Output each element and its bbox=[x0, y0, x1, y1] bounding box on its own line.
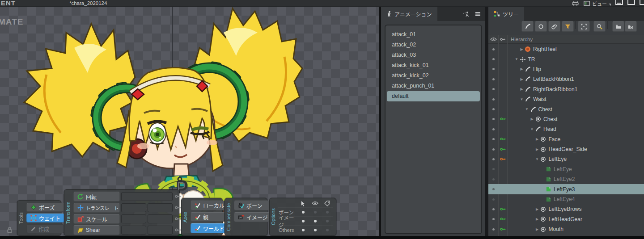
transform-value-field[interactable] bbox=[148, 203, 173, 212]
animation-item[interactable]: attack_01 bbox=[387, 29, 480, 40]
expand-arrow-icon[interactable]: ▶ bbox=[519, 47, 524, 51]
tree-node-label[interactable]: RightHeel bbox=[531, 46, 557, 52]
visibility-dot[interactable] bbox=[488, 88, 498, 90]
expand-arrow-icon[interactable]: ▶ bbox=[530, 117, 534, 121]
collapse-arrow-icon[interactable]: ▼ bbox=[530, 127, 534, 131]
viewport-canvas[interactable]: MATE bbox=[0, 7, 379, 236]
visibility-dot[interactable] bbox=[488, 198, 498, 201]
folder-button[interactable] bbox=[612, 21, 624, 32]
expand-arrow-icon[interactable]: ▶ bbox=[535, 137, 540, 141]
tree-row[interactable]: ▶HeadGear_Side bbox=[488, 144, 644, 154]
animation-item[interactable]: default bbox=[387, 91, 480, 101]
tree-node-label[interactable]: TR bbox=[526, 56, 535, 63]
tree-node-label[interactable]: LeftHeadGear bbox=[547, 216, 582, 222]
tree-node-label[interactable]: Chest bbox=[542, 116, 557, 122]
tree-node-label[interactable]: LeftEye4 bbox=[552, 196, 575, 202]
options-toggle[interactable] bbox=[321, 220, 333, 222]
transform-value-field[interactable] bbox=[148, 226, 173, 235]
close-button[interactable] bbox=[640, 0, 644, 5]
tree-row[interactable]: ▼Waist bbox=[488, 94, 644, 104]
transform-value-field[interactable] bbox=[121, 192, 173, 201]
maximize-button[interactable] bbox=[627, 0, 635, 5]
collapse-arrow-icon[interactable]: ▼ bbox=[514, 57, 519, 61]
tree-node-label[interactable]: Head bbox=[542, 126, 556, 132]
visibility-dot[interactable] bbox=[488, 138, 498, 140]
tree-node-label[interactable]: HeadGear_Side bbox=[547, 146, 587, 152]
tree-row[interactable]: ▶LeftEyeBrows bbox=[488, 204, 644, 214]
frame-selection-button[interactable] bbox=[578, 21, 590, 32]
tree-node-label[interactable]: Chest bbox=[537, 106, 552, 113]
tree-row[interactable]: LeftEye4 bbox=[488, 194, 644, 204]
transform-translate-button[interactable]: トランスレート bbox=[73, 203, 120, 213]
tree-row[interactable]: ▶Chest bbox=[488, 114, 644, 124]
options-toggle[interactable] bbox=[309, 220, 321, 222]
visibility-dot[interactable] bbox=[488, 78, 498, 80]
expand-arrow-icon[interactable]: ▶ bbox=[519, 87, 524, 91]
transform-shear-button[interactable]: Shear bbox=[73, 225, 120, 235]
compensate-button[interactable]: ボーン bbox=[234, 201, 272, 210]
visibility-dot[interactable] bbox=[488, 188, 498, 190]
tab-animation[interactable]: アニメーション bbox=[381, 7, 437, 21]
folder-settings-button[interactable] bbox=[625, 21, 637, 32]
axes-button[interactable]: ワールド bbox=[191, 223, 229, 233]
expand-arrow-icon[interactable]: ▶ bbox=[535, 147, 540, 151]
minimize-button[interactable] bbox=[615, 0, 623, 5]
filter-button[interactable] bbox=[562, 21, 574, 32]
tree-node-label[interactable]: Mouth bbox=[547, 226, 564, 232]
tree-row[interactable]: LeftEye bbox=[488, 164, 644, 174]
tree-row[interactable]: ▶Mouth bbox=[488, 224, 644, 234]
animation-item[interactable]: attack_03 bbox=[387, 50, 480, 60]
animation-item[interactable]: attack_kick_01 bbox=[387, 60, 480, 71]
tree-node-label[interactable]: LeftBackRibbon1 bbox=[531, 76, 574, 82]
expand-arrow-icon[interactable]: ▶ bbox=[535, 217, 540, 221]
collapse-arrow-icon[interactable]: ▼ bbox=[525, 107, 530, 111]
tree-row[interactable]: ▼LeftEye bbox=[488, 154, 644, 164]
collapse-arrow-icon[interactable]: ▼ bbox=[519, 97, 524, 101]
options-toggle[interactable] bbox=[309, 229, 321, 231]
tree-row[interactable]: ▶RightBackRibbon1 bbox=[488, 84, 644, 94]
tree-node-label[interactable]: LeftEye2 bbox=[552, 176, 575, 182]
slot-tool-button[interactable] bbox=[535, 21, 547, 32]
expand-arrow-icon[interactable]: ▶ bbox=[535, 207, 540, 211]
options-toggle[interactable] bbox=[297, 211, 309, 214]
tree-row[interactable]: ▶Face bbox=[488, 134, 644, 144]
tool-button[interactable]: ウェイト bbox=[26, 214, 64, 222]
visibility-dot[interactable] bbox=[488, 108, 498, 110]
tree-row[interactable]: LeftEye3 bbox=[488, 184, 644, 194]
compensate-button[interactable]: イメージ bbox=[234, 212, 272, 222]
tree-node-label[interactable]: LeftEye bbox=[552, 166, 572, 172]
transform-rotate-button[interactable]: 回転 bbox=[73, 192, 120, 201]
transform-value-field[interactable] bbox=[148, 214, 173, 223]
tree-row[interactable]: ▼Head bbox=[488, 124, 644, 134]
visibility-dot[interactable] bbox=[488, 228, 498, 231]
animation-item[interactable]: attack_02 bbox=[387, 40, 480, 50]
tree-node-label[interactable]: Hip bbox=[531, 66, 541, 72]
visibility-dot[interactable] bbox=[488, 98, 498, 101]
transform-value-field[interactable] bbox=[121, 226, 146, 235]
transform-scale-button[interactable]: スケール bbox=[73, 214, 120, 224]
tool-button[interactable]: ポーズ bbox=[26, 203, 64, 212]
printer-icon[interactable] bbox=[572, 1, 579, 6]
tree-node-label[interactable]: LeftEyeBrows bbox=[547, 206, 582, 212]
visibility-dot[interactable] bbox=[488, 218, 498, 220]
options-toggle[interactable] bbox=[297, 229, 309, 231]
animation-item[interactable]: attack_punch_01 bbox=[387, 81, 480, 91]
tree-row[interactable]: ▶LeftBackRibbon1 bbox=[488, 74, 644, 84]
lock-icon[interactable] bbox=[6, 226, 13, 233]
options-toggle[interactable] bbox=[321, 211, 333, 214]
ghosting-button[interactable] bbox=[462, 11, 470, 17]
visibility-dot[interactable] bbox=[488, 128, 498, 130]
tree-row[interactable]: ▼Chest bbox=[488, 104, 644, 114]
tree-row[interactable]: ▶RightHeel bbox=[488, 44, 644, 54]
visibility-dot[interactable] bbox=[488, 68, 498, 70]
tree-node-label[interactable]: LeftEye3 bbox=[552, 186, 575, 193]
visibility-dot[interactable] bbox=[488, 118, 498, 120]
transform-value-field[interactable] bbox=[121, 203, 146, 212]
visibility-dot[interactable] bbox=[488, 178, 498, 180]
tree-row[interactable]: ▼TR bbox=[488, 54, 644, 64]
tree-row[interactable]: ▶Hip bbox=[488, 64, 644, 74]
transform-value-field[interactable] bbox=[121, 214, 146, 223]
animation-item[interactable]: attack_kick_02 bbox=[387, 71, 480, 81]
collapse-arrow-icon[interactable]: ▼ bbox=[535, 157, 540, 161]
tree-node-label[interactable]: LeftEye bbox=[547, 156, 567, 162]
